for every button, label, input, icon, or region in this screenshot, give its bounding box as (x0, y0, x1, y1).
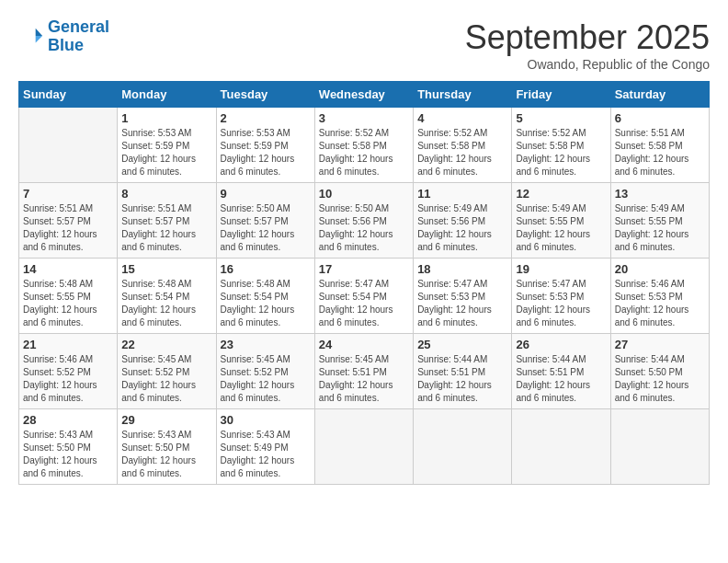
day-info: Sunrise: 5:48 AM Sunset: 5:54 PM Dayligh… (221, 278, 311, 329)
day-info: Sunrise: 5:44 AM Sunset: 5:50 PM Dayligh… (615, 353, 705, 405)
day-number: 7 (23, 187, 113, 201)
day-cell: 30Sunrise: 5:43 AM Sunset: 5:49 PM Dayli… (216, 409, 314, 485)
day-cell (512, 409, 610, 485)
day-number: 13 (615, 187, 705, 201)
day-number: 16 (221, 262, 311, 276)
day-cell: 15Sunrise: 5:48 AM Sunset: 5:54 PM Dayli… (118, 259, 216, 334)
day-info: Sunrise: 5:51 AM Sunset: 5:57 PM Dayligh… (121, 202, 211, 254)
calendar-body: 1Sunrise: 5:53 AM Sunset: 5:59 PM Daylig… (19, 108, 710, 485)
day-cell: 6Sunrise: 5:51 AM Sunset: 5:58 PM Daylig… (610, 108, 709, 183)
day-info: Sunrise: 5:45 AM Sunset: 5:51 PM Dayligh… (319, 353, 409, 405)
day-number: 6 (615, 111, 705, 125)
day-info: Sunrise: 5:49 AM Sunset: 5:55 PM Dayligh… (615, 202, 705, 254)
day-cell: 23Sunrise: 5:45 AM Sunset: 5:52 PM Dayli… (216, 334, 314, 409)
header-cell-thursday: Thursday (414, 82, 512, 108)
day-number: 9 (221, 187, 311, 201)
day-info: Sunrise: 5:46 AM Sunset: 5:52 PM Dayligh… (23, 353, 113, 405)
day-number: 29 (121, 413, 211, 427)
day-cell: 25Sunrise: 5:44 AM Sunset: 5:51 PM Dayli… (414, 334, 512, 409)
week-row-4: 21Sunrise: 5:46 AM Sunset: 5:52 PM Dayli… (19, 334, 710, 409)
day-info: Sunrise: 5:47 AM Sunset: 5:53 PM Dayligh… (516, 278, 606, 329)
day-number: 20 (615, 262, 705, 276)
title-block: September 2025 Owando, Republic of the C… (465, 18, 710, 72)
day-number: 22 (121, 338, 211, 351)
day-number: 24 (319, 338, 409, 351)
day-info: Sunrise: 5:48 AM Sunset: 5:55 PM Dayligh… (23, 278, 113, 329)
day-info: Sunrise: 5:50 AM Sunset: 5:56 PM Dayligh… (319, 202, 409, 254)
day-cell: 10Sunrise: 5:50 AM Sunset: 5:56 PM Dayli… (314, 183, 413, 259)
day-number: 25 (417, 338, 507, 351)
day-info: Sunrise: 5:52 AM Sunset: 5:58 PM Dayligh… (319, 127, 409, 178)
week-row-5: 28Sunrise: 5:43 AM Sunset: 5:50 PM Dayli… (19, 409, 710, 485)
day-number: 27 (615, 338, 705, 351)
day-number: 30 (221, 413, 311, 427)
day-cell: 11Sunrise: 5:49 AM Sunset: 5:56 PM Dayli… (414, 183, 512, 259)
day-info: Sunrise: 5:53 AM Sunset: 5:59 PM Dayligh… (121, 127, 211, 178)
day-info: Sunrise: 5:45 AM Sunset: 5:52 PM Dayligh… (121, 353, 211, 405)
day-info: Sunrise: 5:51 AM Sunset: 5:58 PM Dayligh… (615, 127, 705, 178)
day-number: 12 (516, 187, 606, 201)
day-cell (19, 108, 118, 183)
week-row-2: 7Sunrise: 5:51 AM Sunset: 5:57 PM Daylig… (19, 183, 710, 259)
day-cell (414, 409, 512, 485)
week-row-1: 1Sunrise: 5:53 AM Sunset: 5:59 PM Daylig… (19, 108, 710, 183)
day-cell: 20Sunrise: 5:46 AM Sunset: 5:53 PM Dayli… (610, 259, 709, 334)
day-cell: 17Sunrise: 5:47 AM Sunset: 5:54 PM Dayli… (314, 259, 413, 334)
day-number: 19 (516, 262, 606, 276)
day-number: 18 (417, 262, 507, 276)
month-title: September 2025 (465, 18, 710, 57)
day-cell: 21Sunrise: 5:46 AM Sunset: 5:52 PM Dayli… (19, 334, 118, 409)
header-cell-saturday: Saturday (610, 82, 709, 108)
day-cell: 29Sunrise: 5:43 AM Sunset: 5:50 PM Dayli… (118, 409, 216, 485)
day-number: 10 (319, 187, 409, 201)
day-number: 5 (516, 111, 606, 125)
day-info: Sunrise: 5:43 AM Sunset: 5:49 PM Dayligh… (221, 429, 311, 480)
logo: General Blue (18, 18, 109, 55)
day-info: Sunrise: 5:51 AM Sunset: 5:57 PM Dayligh… (23, 202, 113, 254)
day-info: Sunrise: 5:48 AM Sunset: 5:54 PM Dayligh… (121, 278, 211, 329)
page-header: General Blue September 2025 Owando, Repu… (18, 18, 710, 72)
day-info: Sunrise: 5:50 AM Sunset: 5:57 PM Dayligh… (221, 202, 311, 254)
day-info: Sunrise: 5:47 AM Sunset: 5:54 PM Dayligh… (319, 278, 409, 329)
day-cell: 7Sunrise: 5:51 AM Sunset: 5:57 PM Daylig… (19, 183, 118, 259)
day-info: Sunrise: 5:46 AM Sunset: 5:53 PM Dayligh… (615, 278, 705, 329)
day-cell: 26Sunrise: 5:44 AM Sunset: 5:51 PM Dayli… (512, 334, 610, 409)
day-number: 21 (23, 338, 113, 351)
svg-marker-1 (36, 36, 42, 42)
day-cell: 28Sunrise: 5:43 AM Sunset: 5:50 PM Dayli… (19, 409, 118, 485)
day-cell: 12Sunrise: 5:49 AM Sunset: 5:55 PM Dayli… (512, 183, 610, 259)
header-row: SundayMondayTuesdayWednesdayThursdayFrid… (19, 82, 710, 108)
day-cell: 13Sunrise: 5:49 AM Sunset: 5:55 PM Dayli… (610, 183, 709, 259)
day-number: 26 (516, 338, 606, 351)
header-cell-wednesday: Wednesday (314, 82, 413, 108)
svg-marker-0 (36, 28, 42, 35)
day-cell: 8Sunrise: 5:51 AM Sunset: 5:57 PM Daylig… (118, 183, 216, 259)
day-info: Sunrise: 5:44 AM Sunset: 5:51 PM Dayligh… (417, 353, 507, 405)
header-cell-monday: Monday (118, 82, 216, 108)
day-number: 2 (221, 111, 311, 125)
day-info: Sunrise: 5:43 AM Sunset: 5:50 PM Dayligh… (23, 429, 113, 480)
day-number: 3 (319, 111, 409, 125)
logo-icon (18, 24, 44, 50)
day-number: 14 (23, 262, 113, 276)
day-cell: 5Sunrise: 5:52 AM Sunset: 5:58 PM Daylig… (512, 108, 610, 183)
day-cell: 19Sunrise: 5:47 AM Sunset: 5:53 PM Dayli… (512, 259, 610, 334)
day-info: Sunrise: 5:52 AM Sunset: 5:58 PM Dayligh… (516, 127, 606, 178)
day-number: 11 (417, 187, 507, 201)
day-info: Sunrise: 5:47 AM Sunset: 5:53 PM Dayligh… (417, 278, 507, 329)
day-cell (314, 409, 413, 485)
day-cell: 16Sunrise: 5:48 AM Sunset: 5:54 PM Dayli… (216, 259, 314, 334)
day-number: 17 (319, 262, 409, 276)
day-number: 28 (23, 413, 113, 427)
header-cell-tuesday: Tuesday (216, 82, 314, 108)
header-cell-sunday: Sunday (19, 82, 118, 108)
day-number: 8 (121, 187, 211, 201)
day-cell: 2Sunrise: 5:53 AM Sunset: 5:59 PM Daylig… (216, 108, 314, 183)
day-number: 23 (221, 338, 311, 351)
day-number: 4 (417, 111, 507, 125)
day-cell: 9Sunrise: 5:50 AM Sunset: 5:57 PM Daylig… (216, 183, 314, 259)
day-cell (610, 409, 709, 485)
day-cell: 3Sunrise: 5:52 AM Sunset: 5:58 PM Daylig… (314, 108, 413, 183)
calendar-header: SundayMondayTuesdayWednesdayThursdayFrid… (19, 82, 710, 108)
day-cell: 18Sunrise: 5:47 AM Sunset: 5:53 PM Dayli… (414, 259, 512, 334)
